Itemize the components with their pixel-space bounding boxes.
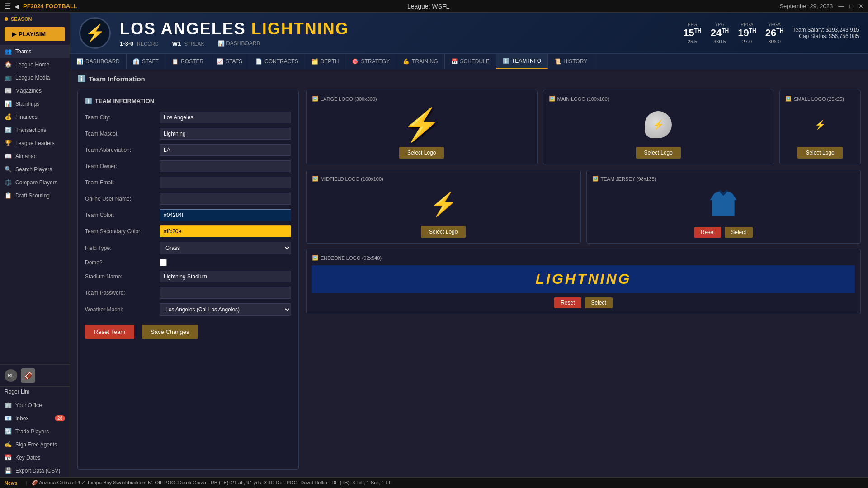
tab-stats[interactable]: 📈 STATS (210, 54, 249, 69)
online-username-row: Online User Name: (85, 193, 291, 205)
tab-strategy[interactable]: 🎯 STRATEGY (345, 54, 396, 69)
page-title: Team Information (89, 75, 145, 83)
tab-history[interactable]: 📜 HISTORY (548, 54, 594, 69)
dashboard-link[interactable]: 📊 DASHBOARD (218, 40, 260, 47)
staff-tab-icon: 👔 (133, 58, 140, 65)
tab-depth[interactable]: 🗂️ DEPTH (305, 54, 346, 69)
team-info-tab-icon: ℹ️ (503, 58, 509, 64)
sidebar-item-league-media[interactable]: 📺 League Media (0, 71, 70, 84)
sidebar-item-trade-players[interactable]: 🔃 Trade Players (0, 425, 70, 438)
jersey-reset-button[interactable]: Reset (694, 227, 721, 238)
midfield-logo-icon: 🖼️ (312, 176, 318, 182)
play-icon: ▶ (12, 31, 16, 38)
team-password-input[interactable] (160, 287, 291, 299)
play-sim-button[interactable]: ▶ PLAY/SIM (5, 27, 65, 41)
back-icon[interactable]: ◀ (14, 3, 19, 10)
team-record-label: RECORD (137, 41, 159, 47)
nav-tabs: 📊 DASHBOARD 👔 STAFF 📋 ROSTER 📈 STATS 📄 C… (70, 54, 868, 69)
menu-icon[interactable]: ☰ (5, 2, 11, 10)
midfield-logo-card: 🖼️ MIDFIELD LOGO (100x100) ⚡ Select Logo (306, 170, 581, 244)
sidebar-item-export-data[interactable]: 💾 Export Data (CSV) (0, 464, 70, 477)
team-email-label: Team Email: (85, 179, 160, 186)
main-logo-select-button[interactable]: Select Logo (636, 147, 681, 159)
sidebar-item-key-dates[interactable]: 📅 Key Dates (0, 451, 70, 464)
team-owner-input[interactable] (160, 160, 291, 172)
bottom-bar: News | 🏈 Arizona Cobras 14 ✓ Tampa Bay S… (0, 477, 868, 488)
team-mascot-label: Team Mascot: (85, 131, 160, 137)
tab-schedule[interactable]: 📅 SCHEDULE (445, 54, 496, 69)
midfield-logo-select-button[interactable]: Select Logo (421, 226, 466, 238)
large-bolt-icon: ⚡ (402, 106, 441, 143)
team-mascot-input[interactable] (160, 128, 291, 140)
sidebar-item-magazines[interactable]: 📰 Magazines (0, 84, 70, 97)
team-header: ⚡ LOS ANGELES LIGHTNING 1-3-0 RECORD W1 … (70, 13, 868, 54)
depth-tab-icon: 🗂️ (311, 58, 318, 65)
endzone-select-button[interactable]: Select (585, 297, 613, 308)
sidebar: SEASON ▶ PLAY/SIM 👥 Teams 🏠 League Home … (0, 13, 70, 477)
reset-team-button[interactable]: Reset Team (85, 325, 134, 339)
save-changes-button[interactable]: Save Changes (142, 325, 198, 339)
sidebar-item-finances[interactable]: 💰 Finances (0, 110, 70, 123)
dome-checkbox[interactable] (160, 259, 167, 266)
team-helmet-icon: 🏈 (21, 368, 35, 383)
team-email-input[interactable] (160, 177, 291, 188)
sidebar-item-draft-scouting[interactable]: 📋 Draft Scouting (0, 189, 70, 202)
small-bolt-icon: ⚡ (815, 119, 826, 130)
small-logo-select-button[interactable]: Select Logo (797, 147, 842, 159)
dome-label: Dome? (85, 259, 160, 266)
tab-staff[interactable]: 👔 STAFF (127, 54, 165, 69)
tab-training[interactable]: 💪 TRAINING (396, 54, 444, 69)
schedule-tab-icon: 📅 (451, 58, 458, 65)
dome-row: Dome? (85, 259, 291, 266)
sidebar-item-your-office[interactable]: 🏢 Your Office (0, 399, 70, 412)
endzone-buttons: Reset Select (554, 297, 613, 308)
team-owner-row: Team Owner: (85, 160, 291, 172)
user-name: Roger Lim (0, 387, 70, 399)
sidebar-item-league-leaders[interactable]: 🏆 League Leaders (0, 136, 70, 150)
small-logo-card: 🖼️ SMALL LOGO (25x25) ⚡ Select Logo (779, 90, 861, 164)
sidebar-item-almanac[interactable]: 📖 Almanac (0, 150, 70, 163)
stadium-name-input[interactable] (160, 271, 291, 282)
sidebar-item-search-players[interactable]: 🔍 Search Players (0, 163, 70, 176)
tab-dashboard[interactable]: 📊 DASHBOARD (70, 54, 127, 69)
sidebar-item-sign-free-agents[interactable]: ✍️ Sign Free Agents (0, 438, 70, 451)
online-username-label: Online User Name: (85, 196, 160, 202)
export-data-icon: 💾 (5, 467, 12, 474)
sidebar-item-transactions[interactable]: 🔄 Transactions (0, 123, 70, 136)
jersey-buttons: Reset Select (694, 227, 753, 238)
key-dates-icon: 📅 (5, 454, 12, 461)
sidebar-item-teams[interactable]: 👥 Teams (0, 45, 70, 58)
sidebar-item-inbox[interactable]: 📧 Inbox 28 (0, 412, 70, 425)
search-players-icon: 🔍 (5, 166, 12, 173)
team-color-input[interactable] (160, 209, 291, 221)
online-username-input[interactable] (160, 193, 291, 205)
team-city-input[interactable] (160, 112, 291, 123)
field-type-select[interactable]: Grass AstroTurf FieldTurf (160, 242, 291, 254)
midfield-logo-title: 🖼️ MIDFIELD LOGO (100x100) (312, 176, 383, 182)
endzone-reset-button[interactable]: Reset (554, 297, 581, 308)
team-city-label: Team City: (85, 114, 160, 121)
close-button[interactable]: ✕ (859, 3, 863, 9)
small-logo-title: 🖼️ SMALL LOGO (25x25) (785, 96, 844, 102)
form-info-icon: ℹ️ (85, 98, 92, 104)
tab-team-info[interactable]: ℹ️ TEAM INFO (496, 54, 548, 69)
team-abbr-input[interactable] (160, 144, 291, 156)
team-secondary-color-input[interactable] (160, 225, 291, 237)
maximize-button[interactable]: □ (849, 3, 853, 9)
team-stats: PPG 15TH 25.5 YPG 24TH 330.5 PPGA 19TH 2… (683, 22, 859, 44)
jersey-select-button[interactable]: Select (725, 227, 752, 238)
large-logo-select-button[interactable]: Select Logo (399, 147, 444, 159)
tab-contracts[interactable]: 📄 CONTRACTS (249, 54, 305, 69)
weather-model-select[interactable]: Los Angeles (Cal-Los Angeles) New York C… (160, 303, 291, 316)
sidebar-item-compare-players[interactable]: ⚖️ Compare Players (0, 176, 70, 189)
main-logo-preview: ⚡ (645, 106, 672, 143)
team-secondary-color-row: Team Secondary Color: (85, 225, 291, 237)
tab-roster[interactable]: 📋 ROSTER (165, 54, 210, 69)
endzone-logo-icon: 🖼️ (312, 255, 318, 261)
large-logo-title: 🖼️ LARGE LOGO (300x300) (312, 96, 377, 102)
season-header: SEASON (0, 13, 70, 23)
team-name-block: LOS ANGELES LIGHTNING 1-3-0 RECORD W1 ST… (120, 19, 674, 47)
sidebar-item-league-home[interactable]: 🏠 League Home (0, 58, 70, 71)
minimize-button[interactable]: — (838, 3, 844, 9)
sidebar-item-standings[interactable]: 📊 Standings (0, 97, 70, 110)
